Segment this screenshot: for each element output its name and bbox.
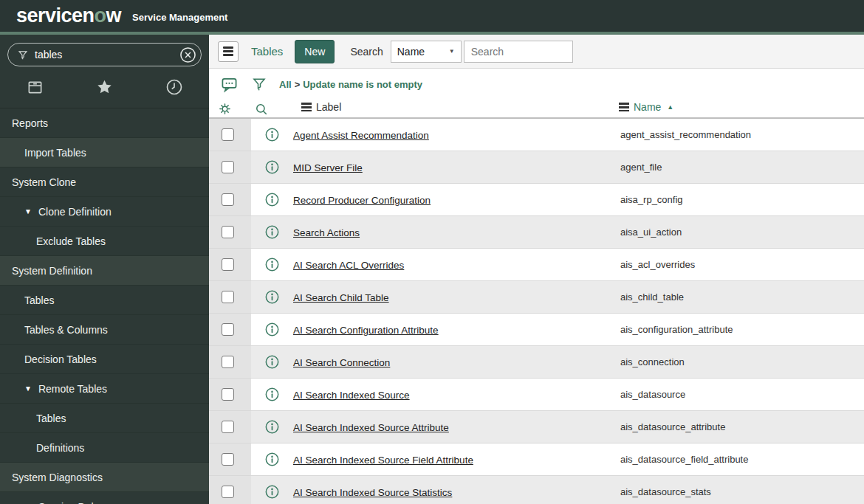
sidebar-item-label: Tables: [36, 412, 66, 424]
list-title-link[interactable]: Tables: [251, 45, 283, 58]
label-cell: AI Search Indexed Source Attribute: [293, 421, 620, 434]
info-icon[interactable]: [265, 290, 279, 304]
row-checkbox-cell: [209, 411, 251, 443]
record-label-link[interactable]: AI Search Indexed Source Attribute: [293, 422, 449, 433]
row-info-cell: [251, 193, 293, 207]
list-chat-button[interactable]: [221, 76, 238, 93]
info-icon[interactable]: [265, 193, 279, 207]
search-field-value: Name: [397, 46, 425, 58]
breadcrumb-funnel-icon: [252, 76, 267, 92]
list-context-menu-button[interactable]: [218, 41, 239, 62]
new-record-button[interactable]: New: [295, 40, 335, 63]
sidebar-item-label: Reports: [12, 117, 48, 129]
magnifier-icon: [255, 103, 268, 116]
list-body: Agent Assist Recommendationagent_assist_…: [209, 119, 864, 504]
row-checkbox[interactable]: [222, 323, 234, 336]
info-icon[interactable]: [265, 160, 279, 174]
record-label-link[interactable]: Agent Assist Recommendation: [293, 130, 429, 141]
column-search-button[interactable]: [255, 103, 268, 119]
navigator-filter-box[interactable]: [7, 43, 202, 66]
clear-filter-icon[interactable]: [179, 46, 196, 63]
record-label-link[interactable]: AI Search Child Table: [293, 292, 389, 303]
row-checkbox[interactable]: [222, 193, 234, 206]
sidebar-item-system-clone[interactable]: System Clone: [0, 168, 209, 197]
personalize-list-gear-button[interactable]: [219, 103, 231, 118]
label-cell: AI Search Configuration Attribute: [293, 323, 620, 336]
breadcrumb-condition-link[interactable]: Update name is not empty: [303, 79, 422, 90]
row-checkbox-cell: [209, 379, 251, 410]
info-icon[interactable]: [265, 387, 279, 401]
sidebar-item-definitions[interactable]: Definitions: [0, 433, 209, 463]
row-checkbox[interactable]: [222, 486, 234, 498]
table-row: AI Search Indexed Sourceais_datasource: [209, 379, 864, 411]
record-name-value: agent_assist_recommendation: [620, 129, 751, 140]
info-icon[interactable]: [265, 258, 279, 272]
record-label-link[interactable]: AI Search Configuration Attribute: [293, 325, 439, 336]
list-search-input[interactable]: [464, 41, 573, 63]
info-icon[interactable]: [265, 485, 279, 499]
tab-favorites[interactable]: [69, 78, 139, 96]
info-icon[interactable]: [265, 322, 279, 336]
sidebar-item-reports[interactable]: Reports: [0, 108, 209, 138]
table-row: AI Search Indexed Source Statisticsais_d…: [209, 476, 864, 504]
logo-text-end: w: [106, 4, 122, 27]
sidebar-item-tables[interactable]: Tables: [0, 286, 209, 315]
row-checkbox[interactable]: [222, 161, 234, 173]
sidebar-item-system-diagnostics[interactable]: System Diagnostics: [0, 463, 209, 492]
sidebar-item-decision-tables[interactable]: Decision Tables: [0, 345, 209, 374]
sidebar-item-import-tables[interactable]: Import Tables: [0, 138, 209, 168]
filter-button[interactable]: [252, 76, 267, 92]
row-checkbox[interactable]: [222, 388, 234, 401]
column-header-label[interactable]: Label: [301, 101, 341, 114]
record-label-link[interactable]: AI Search ACL Overrides: [293, 260, 404, 271]
tab-history[interactable]: [140, 78, 209, 96]
row-checkbox[interactable]: [222, 128, 234, 141]
sidebar-item-remote-tables[interactable]: ▼Remote Tables: [0, 374, 209, 404]
tab-all-applications[interactable]: [0, 79, 69, 96]
sidebar-item-exclude-tables[interactable]: Exclude Tables: [0, 227, 209, 256]
search-label: Search: [350, 46, 383, 58]
sidebar-item-tables[interactable]: Tables: [0, 404, 209, 433]
column-menu-icon: [301, 101, 312, 114]
row-checkbox[interactable]: [222, 356, 234, 368]
info-icon[interactable]: [265, 452, 279, 466]
info-icon[interactable]: [265, 420, 279, 434]
record-name-value: ais_acl_overrides: [620, 259, 695, 270]
sidebar-item-label: Tables & Columns: [24, 324, 108, 336]
info-icon[interactable]: [265, 225, 279, 239]
column-header-name[interactable]: Name ▲: [619, 101, 673, 114]
sidebar-item-session-debug[interactable]: ▼Session Debug: [0, 492, 209, 504]
table-row: MID Server Fileagent_file: [209, 151, 864, 184]
sidebar-item-tables-columns[interactable]: Tables & Columns: [0, 315, 209, 345]
navigator-filter-input[interactable]: [35, 49, 179, 61]
row-checkbox[interactable]: [222, 453, 234, 466]
row-checkbox[interactable]: [222, 226, 234, 238]
sidebar-item-clone-definition[interactable]: ▼Clone Definition: [0, 197, 209, 227]
row-checkbox[interactable]: [222, 291, 234, 303]
record-label-link[interactable]: Search Actions: [293, 227, 360, 238]
row-checkbox[interactable]: [222, 258, 234, 271]
label-cell: Search Actions: [293, 226, 620, 239]
top-banner: servicenow Service Management: [0, 0, 864, 32]
filter-funnel-icon: [18, 49, 28, 61]
expanded-caret-icon[interactable]: ▼: [24, 384, 32, 393]
star-icon: [95, 78, 114, 96]
expanded-caret-icon[interactable]: ▼: [24, 207, 32, 215]
label-cell: MID Server File: [293, 161, 620, 174]
row-checkbox-cell: [209, 476, 251, 504]
info-icon[interactable]: [265, 128, 279, 142]
record-label-link[interactable]: AI Search Connection: [293, 357, 390, 368]
row-info-cell: [251, 387, 293, 401]
sidebar-item-system-definition[interactable]: System Definition: [0, 256, 209, 286]
breadcrumb-all-link[interactable]: All: [279, 79, 292, 90]
record-label-link[interactable]: MID Server File: [293, 162, 363, 173]
info-icon[interactable]: [265, 355, 279, 369]
label-cell: AI Search ACL Overrides: [293, 258, 620, 272]
record-label-link[interactable]: AI Search Indexed Source Field Attribute: [293, 455, 473, 466]
row-checkbox[interactable]: [222, 421, 234, 433]
row-info-cell: [251, 128, 293, 142]
record-label-link[interactable]: Record Producer Configuration: [293, 195, 431, 206]
record-label-link[interactable]: AI Search Indexed Source Statistics: [293, 487, 452, 498]
search-field-select[interactable]: Name ▼: [391, 41, 462, 63]
record-label-link[interactable]: AI Search Indexed Source: [293, 390, 410, 401]
